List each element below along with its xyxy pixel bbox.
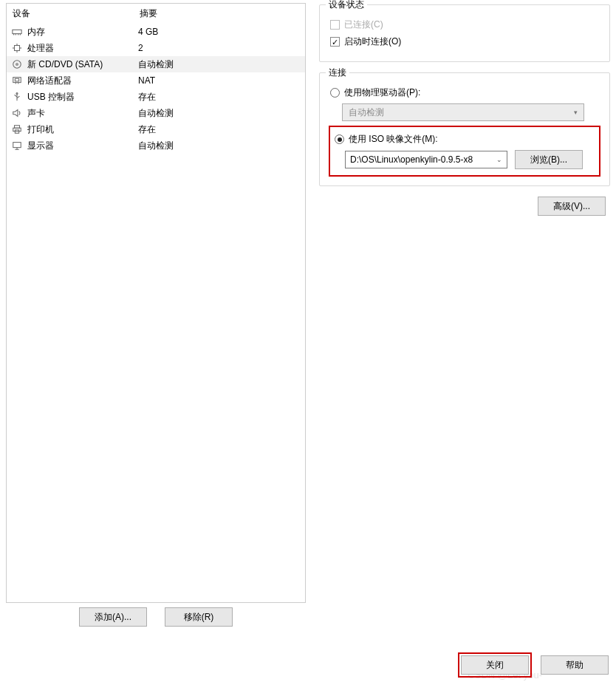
display-icon bbox=[11, 140, 23, 151]
iso-path-value: D:\OS\Linux\openkylin-0.9.5-x8 bbox=[350, 154, 473, 165]
add-button[interactable]: 添加(A)... bbox=[79, 607, 147, 627]
close-button[interactable]: 关闭 bbox=[461, 655, 529, 675]
device-name: 处理器 bbox=[27, 42, 54, 55]
device-row-cpu[interactable]: 处理器 2 bbox=[7, 40, 305, 56]
svg-rect-24 bbox=[13, 143, 21, 148]
advanced-button[interactable]: 高级(V)... bbox=[538, 197, 606, 216]
device-status-group: 设备状态 已连接(C) ✓ 启动时连接(O) bbox=[319, 4, 610, 62]
usb-icon bbox=[11, 91, 23, 103]
device-row-usb[interactable]: USB 控制器 存在 bbox=[7, 89, 305, 105]
device-list: 设备 摘要 内存 4 GB 处理器 2 新 C bbox=[6, 3, 306, 603]
help-button[interactable]: 帮助 bbox=[541, 655, 609, 675]
physical-drive-radio[interactable] bbox=[330, 88, 340, 98]
device-row-memory[interactable]: 内存 4 GB bbox=[7, 24, 305, 40]
close-highlight-box: 关闭 bbox=[458, 652, 532, 678]
connected-checkbox bbox=[330, 20, 340, 30]
device-summary: 自动检测 bbox=[138, 107, 301, 120]
device-summary: 存在 bbox=[138, 91, 301, 103]
chevron-down-icon: ▾ bbox=[574, 109, 578, 116]
connection-group: 连接 使用物理驱动器(P): 自动检测 ▾ 使用 ISO 映像文件(M): D:… bbox=[319, 72, 610, 186]
device-name: USB 控制器 bbox=[27, 91, 75, 103]
physical-drive-label: 使用物理驱动器(P): bbox=[344, 86, 420, 99]
device-row-printer[interactable]: 打印机 存在 bbox=[7, 121, 305, 137]
disc-icon bbox=[11, 58, 23, 70]
header-device: 设备 bbox=[13, 7, 140, 20]
sound-icon bbox=[11, 107, 23, 119]
svg-point-10 bbox=[13, 61, 21, 69]
connection-legend: 连接 bbox=[326, 67, 349, 79]
cpu-icon bbox=[11, 42, 23, 54]
connected-label: 已连接(C) bbox=[344, 18, 383, 31]
device-row-display[interactable]: 显示器 自动检测 bbox=[7, 137, 305, 154]
memory-icon bbox=[11, 26, 23, 38]
header-summary: 摘要 bbox=[140, 7, 301, 20]
svg-rect-12 bbox=[13, 78, 21, 83]
connect-on-start-checkbox[interactable]: ✓ bbox=[330, 37, 340, 47]
svg-rect-5 bbox=[15, 46, 20, 51]
device-name: 网络适配器 bbox=[27, 75, 72, 87]
device-name: 声卡 bbox=[27, 107, 45, 120]
device-row-nic[interactable]: 网络适配器 NAT bbox=[7, 72, 305, 89]
device-summary: 存在 bbox=[138, 123, 301, 136]
iso-highlight-box: 使用 ISO 映像文件(M): D:\OS\Linux\openkylin-0.… bbox=[329, 126, 600, 177]
device-name: 打印机 bbox=[27, 123, 54, 136]
use-iso-radio[interactable] bbox=[335, 134, 344, 144]
device-name: 内存 bbox=[27, 26, 45, 38]
device-summary: 自动检测 bbox=[138, 58, 301, 71]
device-name: 新 CD/DVD (SATA) bbox=[27, 58, 103, 71]
device-name: 显示器 bbox=[27, 140, 54, 152]
svg-marker-20 bbox=[13, 110, 18, 117]
device-summary: 自动检测 bbox=[138, 140, 301, 152]
device-summary: 4 GB bbox=[138, 27, 301, 37]
device-row-cddvd[interactable]: 新 CD/DVD (SATA) 自动检测 bbox=[7, 56, 305, 72]
browse-button[interactable]: 浏览(B)... bbox=[515, 150, 583, 169]
iso-path-combo[interactable]: D:\OS\Linux\openkylin-0.9.5-x8 ⌄ bbox=[345, 151, 507, 168]
device-row-sound[interactable]: 声卡 自动检测 bbox=[7, 105, 305, 121]
device-summary: 2 bbox=[138, 43, 301, 53]
svg-rect-0 bbox=[13, 30, 21, 33]
svg-rect-13 bbox=[15, 78, 18, 81]
connect-on-start-label: 启动时连接(O) bbox=[344, 35, 401, 48]
physical-drive-value: 自动检测 bbox=[349, 106, 384, 119]
device-summary: NAT bbox=[138, 75, 301, 86]
use-iso-label: 使用 ISO 映像文件(M): bbox=[349, 133, 438, 146]
physical-drive-dropdown[interactable]: 自动检测 ▾ bbox=[342, 103, 584, 121]
remove-button[interactable]: 移除(R) bbox=[165, 607, 233, 627]
chevron-down-icon: ⌄ bbox=[496, 156, 502, 163]
network-icon bbox=[11, 75, 23, 86]
svg-point-11 bbox=[16, 64, 18, 66]
device-list-header: 设备 摘要 bbox=[7, 4, 305, 24]
printer-icon bbox=[11, 123, 23, 135]
device-status-legend: 设备状态 bbox=[326, 0, 367, 11]
